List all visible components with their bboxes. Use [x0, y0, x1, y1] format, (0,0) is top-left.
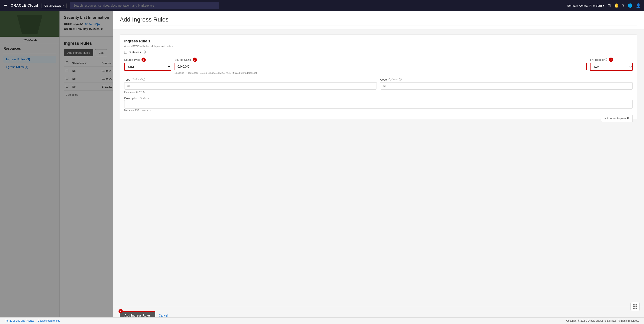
help-dot [636, 308, 637, 309]
help-dot [636, 306, 637, 307]
max-chars-hint: Maximum 255 characters [124, 109, 633, 112]
description-label: Description Optional [124, 97, 633, 100]
dialog-overlay: Add Ingress Rules Ingress Rule 1 Allows … [0, 11, 644, 324]
description-input[interactable] [124, 100, 633, 108]
help-dot [633, 306, 634, 307]
source-type-label: Source Type 1 [124, 58, 171, 62]
rule-card: Ingress Rule 1 Allows ICMP traffic for: … [120, 34, 637, 119]
code-info-icon: ⓘ [399, 78, 402, 82]
terminal-icon[interactable]: ⊡ [608, 3, 611, 8]
dialog-title: Add Ingress Rules [120, 16, 637, 23]
code-input[interactable] [380, 82, 633, 90]
copyright-text: Copyright © 2024, Oracle and/or its affi… [566, 319, 639, 322]
source-cidr-label: Source CIDR 2 [174, 58, 587, 62]
region-selector[interactable]: Germany Central (Frankfurt) ▾ [567, 4, 604, 7]
source-cidr-badge: 2 [193, 58, 197, 62]
cancel-button[interactable]: Cancel [159, 314, 168, 317]
help-dot [633, 308, 634, 309]
region-chevron-icon: ▾ [603, 4, 604, 7]
ip-protocol-select[interactable]: ICMP [590, 63, 633, 71]
footer-links: Terms of Use and Privacy Cookie Preferen… [5, 319, 60, 322]
help-dot [634, 308, 636, 309]
stateless-label: Stateless [129, 50, 141, 54]
rule-card-title: Ingress Rule 1 [124, 39, 633, 44]
dialog-header: Add Ingress Rules [113, 11, 644, 30]
main-layout: AVAILABLE Resources Ingress Rules (3) Eg… [0, 11, 644, 324]
ip-protocol-group: IP Protocol ⓘ 3 ICMP [590, 58, 633, 71]
help-dot [634, 306, 636, 307]
ip-protocol-info-icon: ⓘ [604, 58, 607, 62]
source-type-group: Source Type 1 CIDR [124, 58, 171, 71]
stateless-checkbox[interactable] [124, 51, 127, 54]
type-input[interactable] [124, 82, 377, 90]
rule-card-subtitle: Allows ICMP traffic for: all types and c… [124, 45, 633, 48]
cloud-classic-button[interactable]: Cloud Classic > [42, 3, 66, 8]
help-dot [633, 304, 634, 306]
help-icon[interactable]: ? [622, 4, 624, 8]
terms-link[interactable]: Terms of Use and Privacy [5, 319, 34, 322]
add-ingress-step-badge: 4 [118, 309, 123, 313]
code-label: Code Optional ⓘ [380, 78, 633, 82]
code-group: Code Optional ⓘ [380, 78, 633, 93]
notification-icon[interactable]: 🔔 [614, 3, 619, 8]
help-widget[interactable] [630, 302, 640, 311]
source-form-row: Source Type 1 CIDR Source CIDR 2 [124, 58, 633, 74]
oracle-logo: ORACLE Cloud [11, 4, 38, 8]
page-footer: Terms of Use and Privacy Cookie Preferen… [0, 318, 644, 324]
help-dot [634, 304, 636, 306]
nav-right: Germany Central (Frankfurt) ▾ ⊡ 🔔 ? 🌐 👤 [567, 3, 640, 8]
search-input[interactable] [70, 2, 219, 9]
source-cidr-input[interactable] [174, 63, 587, 70]
ip-protocol-badge: 3 [609, 58, 613, 62]
globe-icon[interactable]: 🌐 [628, 3, 632, 8]
hamburger-icon[interactable]: ☰ [4, 3, 7, 8]
cookies-link[interactable]: Cookie Preferences [38, 319, 60, 322]
user-icon[interactable]: 👤 [636, 3, 640, 8]
add-another-label: + Another Ingress R [604, 117, 629, 120]
source-type-badge: 1 [142, 58, 146, 62]
type-info-icon: ⓘ [142, 78, 145, 82]
ip-protocol-label: IP Protocol ⓘ 3 [590, 58, 633, 62]
source-type-select[interactable]: CIDR [124, 63, 171, 71]
help-widget-grid [633, 304, 637, 309]
source-cidr-group: Source CIDR 2 Specified IP addresses: 0.… [174, 58, 587, 74]
region-label: Germany Central (Frankfurt) [567, 4, 602, 7]
help-dot [636, 304, 637, 306]
stateless-row: Stateless ⓘ [124, 50, 633, 54]
description-group: Description Optional Maximum 255 charact… [124, 97, 633, 112]
stateless-info-icon: ⓘ [143, 50, 146, 54]
add-another-ingress-button[interactable]: + Another Ingress R [601, 115, 633, 122]
type-examples-hint: Examples: '0', '3', '5' [124, 91, 377, 93]
dialog-panel: Add Ingress Rules Ingress Rule 1 Allows … [113, 11, 644, 324]
type-group: Type Optional ⓘ Examples: '0', '3', '5' [124, 78, 377, 93]
type-label: Type Optional ⓘ [124, 78, 377, 82]
top-nav: ☰ ORACLE Cloud Cloud Classic > Germany C… [0, 0, 644, 11]
type-code-row: Type Optional ⓘ Examples: '0', '3', '5' … [124, 78, 633, 93]
source-cidr-hint: Specified IP addresses: 0.0.0.0-255.255.… [174, 72, 587, 74]
dialog-body: Ingress Rule 1 Allows ICMP traffic for: … [113, 30, 644, 307]
